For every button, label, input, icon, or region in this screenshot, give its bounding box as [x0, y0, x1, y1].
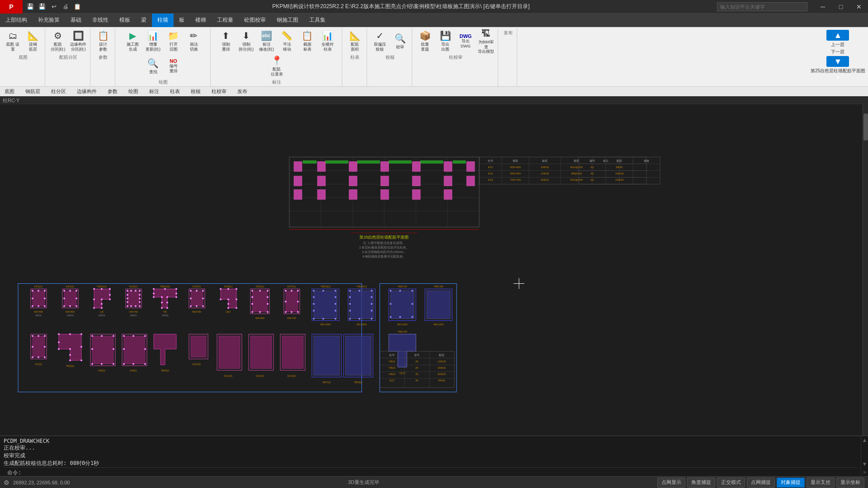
dot-grid-btn[interactable]: 点网显示 [657, 478, 685, 488]
all-floor-icon: 📊 [322, 30, 333, 41]
btn-section-table[interactable]: 📋 截面标表 [297, 29, 317, 53]
svg-point-171 [202, 305, 204, 307]
prev-layer-btn[interactable]: ▲ [826, 30, 849, 41]
btn-incremental-update[interactable]: 📊 增量更新(柱) [143, 29, 163, 53]
maximize-btn[interactable]: □ [832, 0, 850, 14]
menu-upper-structure[interactable]: 上部结构 [0, 14, 33, 27]
command-input[interactable] [23, 470, 854, 476]
sub-publish[interactable]: 发布 [235, 88, 250, 95]
sub-edge[interactable]: 边缘构件 [74, 88, 99, 95]
btn-force-split[interactable]: ⬇ 强制拆分(柱) [236, 29, 256, 53]
sub-params[interactable]: 参数 [105, 88, 120, 95]
menu-steel[interactable]: 钢施工图 [271, 14, 304, 27]
scroll-thumb[interactable] [863, 113, 868, 141]
print-btn[interactable]: 🖨 [61, 2, 71, 12]
menu-template[interactable]: 模板 [114, 14, 136, 27]
btn-rebar-area[interactable]: 📐 配筋面积 [345, 29, 365, 53]
sub-background[interactable]: 底图 [2, 88, 17, 95]
sub-rebar-layer[interactable]: 钢筋层 [23, 88, 43, 95]
btn-annotation-modify[interactable]: 🔤 标注修改(柱) [257, 29, 277, 53]
sub-col-review[interactable]: 柱校审 [209, 88, 229, 95]
close-btn[interactable]: ✕ [850, 0, 868, 14]
btn-design-params[interactable]: 📋 设计参数 [93, 29, 113, 53]
cmd-scroll-up[interactable]: ▲ [861, 436, 868, 444]
btn-rebar-position[interactable]: 📍 配筋位置表 [267, 54, 287, 78]
svg-text:YBZ6(2): YBZ6(2) [161, 369, 170, 372]
svg-rect-21 [381, 176, 389, 186]
coord-display-btn[interactable]: 显示坐标 [836, 478, 864, 488]
layer-dropdown-icon[interactable]: ▼ [835, 75, 840, 80]
cmd-scroll-down[interactable]: ▼ [861, 460, 868, 468]
menu-stair[interactable]: 楼梯 [190, 14, 212, 27]
svg-text:KZ1(2): KZ1(2) [35, 363, 42, 366]
btn-open-old[interactable]: 📁 打开旧图 [164, 29, 184, 53]
svg-point-258 [69, 360, 71, 361]
sub-col-zone[interactable]: 柱分区 [48, 88, 69, 95]
sub-check[interactable]: 校核 [188, 88, 203, 95]
btn-export-drawing[interactable]: 💾 导出出图 [435, 29, 455, 53]
svg-point-256 [80, 346, 82, 348]
cmd-scroll-right[interactable]: » [862, 468, 867, 476]
sub-drawing[interactable]: 绘图 [126, 88, 141, 95]
menu-slab[interactable]: 板 [174, 14, 190, 27]
btn-background-settings[interactable]: 🗂 底图 设置 [3, 29, 23, 53]
btn-biaxial-check[interactable]: ✓ 双偏压校核 [370, 29, 390, 53]
svg-text:YBZ8(2): YBZ8(2) [354, 381, 363, 384]
svg-point-181 [227, 299, 229, 300]
settings-icon[interactable]: ⚙ [4, 479, 9, 486]
undo-btn[interactable]: ↩ [49, 2, 59, 12]
svg-point-153 [166, 307, 168, 309]
menu-quantity[interactable]: 工程量 [212, 14, 239, 27]
vertical-scrollbar[interactable] [863, 104, 868, 436]
menu-tools[interactable]: 工具集 [304, 14, 331, 27]
btn-rebar-zone-col[interactable]: ⚙ 配筋分区(柱) [48, 29, 68, 53]
svg-point-205 [297, 301, 299, 303]
btn-batch-check[interactable]: 📦 批量查题 [415, 29, 435, 53]
svg-point-189 [267, 290, 269, 292]
save2-btn[interactable]: 💾 [37, 2, 47, 12]
svg-point-103 [63, 290, 65, 292]
menu-supplement[interactable]: 补充验算 [33, 14, 65, 27]
sub-col-table[interactable]: 柱表 [167, 88, 183, 95]
sub-annotation[interactable]: 标注 [146, 88, 162, 95]
btn-export-dwg[interactable]: DWG 导出DWG [456, 29, 476, 53]
btn-renumber[interactable]: NO 编号重排 [164, 54, 184, 78]
btn-all-floor-table[interactable]: 📊 全楼对柱表 [318, 29, 338, 53]
svg-point-95 [32, 305, 33, 307]
save-btn[interactable]: 💾 [25, 2, 35, 12]
canvas-area[interactable]: ────────────────────────── 第25自然层柱墙配筋平面图… [0, 104, 868, 436]
menu-column-wall[interactable]: 柱墙 [152, 14, 174, 27]
btn-review[interactable]: 🔍 校审 [390, 29, 410, 53]
angle-snap-btn[interactable]: 角度捕捉 [687, 478, 715, 488]
knowledge-search[interactable] [717, 2, 807, 11]
ortho-btn[interactable]: 正交模式 [717, 478, 745, 488]
group-label-rebar-zone: 配筋分区 [59, 54, 77, 61]
svg-point-260 [69, 348, 71, 350]
next-layer-btn[interactable]: ▼ [826, 56, 849, 67]
btn-force-rearrange[interactable]: ⬆ 强制重排 [216, 29, 236, 53]
btn-rebar-layer[interactable]: 📐 设钢筋层 [23, 29, 43, 53]
menu-nonlinear[interactable]: 非线性 [87, 14, 114, 27]
crosshair-btn[interactable]: 显示叉丝 [807, 478, 835, 488]
svg-point-217 [335, 296, 336, 298]
btn-draw-method[interactable]: ✏ 画法切换 [184, 29, 204, 53]
svg-text:600×600: 600×600 [66, 310, 75, 313]
drawing-svg: ────────────────────────── 第25自然层柱墙配筋平面图… [0, 104, 868, 436]
svg-point-188 [259, 290, 261, 292]
svg-text:A1: A1 [590, 166, 594, 169]
object-snap-btn[interactable]: 对象捕捉 [777, 478, 805, 488]
svg-point-268 [113, 335, 114, 337]
dot-snap-btn[interactable]: 点网捕捉 [747, 478, 775, 488]
menu-beam[interactable]: 梁 [136, 14, 152, 27]
svg-point-313 [411, 303, 413, 305]
menu-review[interactable]: 砼图校审 [239, 14, 271, 27]
window-title: PKPM结构设计软件2025R2.2 E:\R2.2版本施工图亮点介绍\案例模型… [85, 3, 717, 10]
btn-find[interactable]: 🔍 查找 [143, 54, 163, 78]
btn-edge-member[interactable]: 🔲 边缘构件分区(柱) [68, 29, 88, 53]
btn-bim-export[interactable]: 🏗 为BIM审查导出模型 [476, 29, 496, 53]
minimize-btn[interactable]: ─ [814, 0, 832, 14]
clipboard-btn[interactable]: 📋 [72, 2, 82, 12]
btn-flatlaw-move[interactable]: 📏 平法移动 [277, 29, 297, 53]
btn-gen-drawing[interactable]: ▶ 施工图生成 [123, 29, 143, 53]
menu-foundation[interactable]: 基础 [65, 14, 87, 27]
